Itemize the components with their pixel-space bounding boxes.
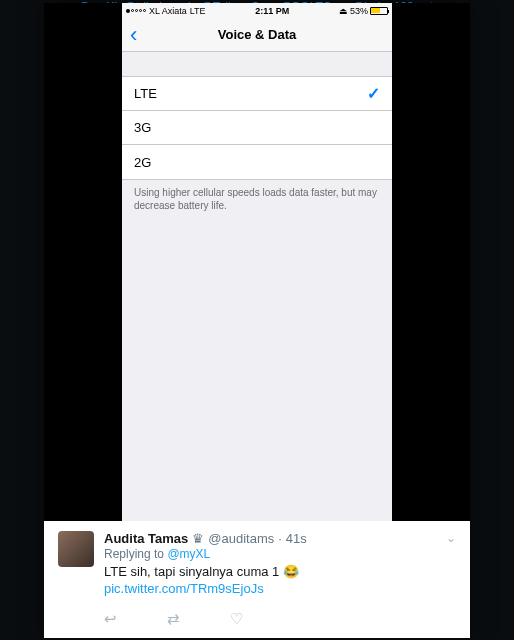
timestamp[interactable]: 41s [286,531,307,546]
ios-settings-screenshot: XL Axiata LTE 2:11 PM ⏏ 53% ‹ Voice & Da… [122,3,392,521]
battery-icon [370,7,388,15]
network-options-group: LTE ✓ 3G 2G [122,76,392,180]
display-name[interactable]: Audita Tamas [104,531,188,546]
nav-bar: ‹ Voice & Data [122,18,392,52]
option-label: LTE [134,86,157,101]
tweet: Audita Tamas♛ @auditams · 41s Replying t… [44,521,470,606]
ios-status-bar: XL Axiata LTE 2:11 PM ⏏ 53% [122,3,392,18]
reply-button[interactable]: ↩ [104,610,117,628]
retweet-button[interactable]: ⇄ [167,610,180,628]
name-badge: ♛ [192,531,204,546]
rotation-lock-icon: ⏏ [339,6,348,16]
option-lte[interactable]: LTE ✓ [122,77,392,111]
battery-percent: 53% [350,6,368,16]
clock: 2:11 PM [255,6,289,16]
handle[interactable]: @auditams [208,531,274,546]
carrier-label: XL Axiata [149,6,187,16]
time-separator: · [278,531,282,546]
option-label: 3G [134,120,151,135]
tweet-modal: XL Axiata LTE 2:11 PM ⏏ 53% ‹ Voice & Da… [44,3,470,638]
image-letterbox-right [392,3,470,521]
avatar[interactable] [58,531,94,567]
network-label: LTE [190,6,206,16]
option-2g[interactable]: 2G [122,145,392,179]
reply-mention[interactable]: @myXL [167,547,210,561]
tweet-actions: ↩ ⇄ ♡ [44,606,470,638]
media-link[interactable]: pic.twitter.com/TRm9sEjoJs [104,581,264,596]
emoji-joy: 😂 [283,564,299,579]
back-button[interactable]: ‹ [130,22,137,48]
reply-context: Replying to @myXL [104,547,456,561]
image-letterbox-left [44,3,122,521]
like-button[interactable]: ♡ [230,610,243,628]
attached-image[interactable]: XL Axiata LTE 2:11 PM ⏏ 53% ‹ Voice & Da… [44,3,470,521]
settings-footer-note: Using higher cellular speeds loads data … [122,180,392,218]
tweet-text: LTE sih, tapi sinyalnya cuma 1 😂 pic.twi… [104,564,456,598]
nav-title: Voice & Data [122,27,392,42]
option-label: 2G [134,155,151,170]
signal-strength-icon [126,9,146,13]
tweet-menu-button[interactable]: ⌄ [446,531,456,545]
checkmark-icon: ✓ [367,84,380,103]
option-3g[interactable]: 3G [122,111,392,145]
